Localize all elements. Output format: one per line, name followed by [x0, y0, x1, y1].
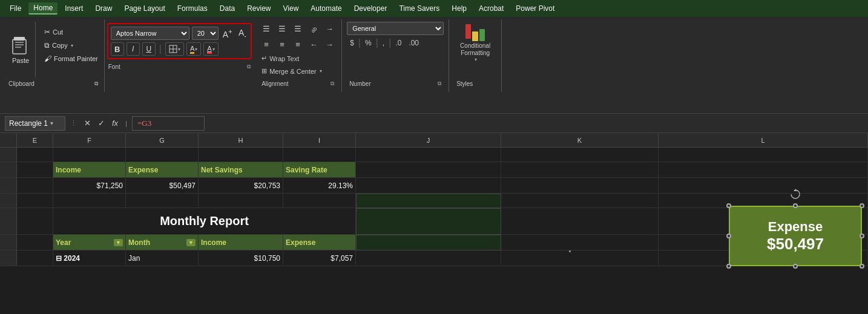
cell-K7[interactable] — [501, 250, 659, 266]
font-size-increase-button[interactable]: A+ — [221, 27, 234, 40]
formula-cancel-button[interactable]: ✕ — [82, 117, 93, 129]
cell-J2[interactable] — [356, 162, 501, 178]
indent-decrease-button[interactable]: ← — [306, 38, 321, 51]
handle-br[interactable] — [860, 264, 864, 269]
cell-E2[interactable] — [17, 162, 53, 178]
cell-E1[interactable] — [17, 148, 53, 162]
font-expand-icon[interactable]: ⧉ — [247, 64, 251, 70]
cell-FtoI5[interactable]: Monthly Report — [53, 208, 356, 235]
cell-K5[interactable] — [501, 208, 659, 235]
handle-mr[interactable] — [860, 234, 864, 238]
cell-F3[interactable]: $71,250 — [53, 178, 126, 194]
cell-G3[interactable]: $50,497 — [126, 178, 199, 194]
handle-ml[interactable] — [726, 234, 731, 238]
cell-K3[interactable] — [501, 178, 659, 194]
cell-H4[interactable] — [199, 194, 283, 208]
cell-G1[interactable] — [126, 148, 199, 162]
decimal-decrease-button[interactable]: .00 — [406, 38, 422, 48]
menu-view[interactable]: View — [278, 3, 304, 14]
col-header-G[interactable]: G — [126, 133, 199, 147]
cond-format-dropdown[interactable]: ▾ — [475, 57, 477, 62]
align-top-button[interactable]: ☰ — [259, 22, 274, 35]
col-header-H[interactable]: H — [199, 133, 283, 147]
wrap-text-button[interactable]: ↵ Wrap Text — [259, 53, 337, 64]
merge-dropdown[interactable]: ▾ — [320, 68, 322, 74]
menu-insert[interactable]: Insert — [60, 3, 88, 14]
cell-K4[interactable] — [501, 194, 659, 208]
menu-time-savers[interactable]: Time Savers — [394, 3, 444, 14]
formula-input[interactable]: =G3 — [132, 116, 205, 131]
cell-G7[interactable]: Jan — [126, 250, 199, 266]
align-left-button[interactable]: ≡ — [259, 38, 274, 51]
handle-tr[interactable] — [860, 203, 864, 208]
cell-H7[interactable]: $10,750 — [199, 250, 283, 266]
cell-I2[interactable]: Saving Rate — [283, 162, 356, 178]
cell-G6[interactable]: Month ▼ — [126, 235, 199, 250]
menu-power-pivot[interactable]: Power Pivot — [511, 3, 559, 14]
cell-H2[interactable]: Net Savings — [199, 162, 283, 178]
fill-dropdown[interactable]: ▾ — [195, 47, 197, 52]
font-size-decrease-button[interactable]: A- — [237, 27, 248, 40]
alignment-expand-icon[interactable]: ⧉ — [330, 80, 334, 87]
orientation-button[interactable]: ab — [306, 22, 321, 35]
indent-increase2-button[interactable]: → — [322, 38, 337, 51]
paste-button[interactable]: Paste — [6, 22, 36, 77]
cell-L1[interactable] — [659, 148, 868, 162]
handle-bm[interactable] — [793, 264, 798, 269]
percent-button[interactable]: % — [362, 38, 375, 48]
cut-button[interactable]: ✂ Cut — [42, 27, 100, 38]
filter-icon-G6[interactable]: ▼ — [186, 239, 196, 246]
cell-J5[interactable] — [356, 208, 501, 235]
number-expand-icon[interactable]: ⧉ — [438, 80, 441, 87]
cell-J4[interactable] — [356, 194, 501, 208]
cell-E4[interactable] — [17, 194, 53, 208]
menu-draw[interactable]: Draw — [90, 3, 117, 14]
cell-F2[interactable]: Income — [53, 162, 126, 178]
cell-J6[interactable] — [356, 235, 501, 250]
align-center-button[interactable]: ≡ — [275, 38, 289, 51]
font-size-select[interactable]: 20 — [192, 27, 219, 40]
filter-icon-F6[interactable]: ▼ — [114, 239, 123, 246]
underline-button[interactable]: U — [142, 42, 156, 56]
cell-F4[interactable] — [53, 194, 126, 208]
align-right-button[interactable]: ≡ — [291, 38, 305, 51]
cell-I6[interactable]: Expense — [283, 235, 356, 250]
menu-data[interactable]: Data — [215, 3, 240, 14]
cell-H1[interactable] — [199, 148, 283, 162]
col-header-K[interactable]: K — [501, 133, 659, 147]
copy-button[interactable]: ⧉ Copy ▾ — [42, 40, 100, 51]
menu-help[interactable]: Help — [447, 3, 472, 14]
cell-H6[interactable]: Income — [199, 235, 283, 250]
cell-K6[interactable] — [501, 235, 659, 250]
number-format-select[interactable]: General — [347, 22, 444, 35]
conditional-formatting-button[interactable]: Conditional Formatting ▾ — [454, 22, 496, 65]
name-box-arrow[interactable]: ▾ — [50, 120, 53, 126]
decimal-increase-button[interactable]: .0 — [392, 38, 404, 48]
borders-dropdown[interactable]: ▾ — [178, 47, 180, 52]
cell-G2[interactable]: Expense — [126, 162, 199, 178]
rotate-handle[interactable] — [790, 189, 801, 203]
cell-F7[interactable]: ⊟ 2024 — [53, 250, 126, 266]
cell-E3[interactable] — [17, 178, 53, 194]
col-header-J[interactable]: J — [356, 133, 501, 147]
handle-bl[interactable] — [726, 264, 731, 269]
menu-formulas[interactable]: Formulas — [173, 3, 212, 14]
cell-F1[interactable] — [53, 148, 126, 162]
handle-tl[interactable] — [726, 203, 731, 208]
indent-increase-button[interactable]: → — [322, 22, 337, 35]
cell-H3[interactable]: $20,753 — [199, 178, 283, 194]
cell-I4[interactable] — [283, 194, 356, 208]
col-header-E[interactable]: E — [17, 133, 53, 147]
menu-automate[interactable]: Automate — [306, 3, 346, 14]
bold-button[interactable]: B — [111, 42, 124, 56]
cell-J3[interactable] — [356, 178, 501, 194]
cell-E7[interactable] — [17, 250, 53, 266]
handle-tm[interactable] — [793, 203, 798, 208]
clipboard-expand-icon[interactable]: ⧉ — [94, 80, 98, 87]
cell-K2[interactable] — [501, 162, 659, 178]
cell-I7[interactable]: $7,057 — [283, 250, 356, 266]
align-bottom-button[interactable]: ☰ — [291, 22, 305, 35]
font-color-dropdown[interactable]: ▾ — [212, 47, 215, 52]
menu-acrobat[interactable]: Acrobat — [474, 3, 508, 14]
fill-color-button[interactable]: A ▾ — [186, 42, 201, 56]
